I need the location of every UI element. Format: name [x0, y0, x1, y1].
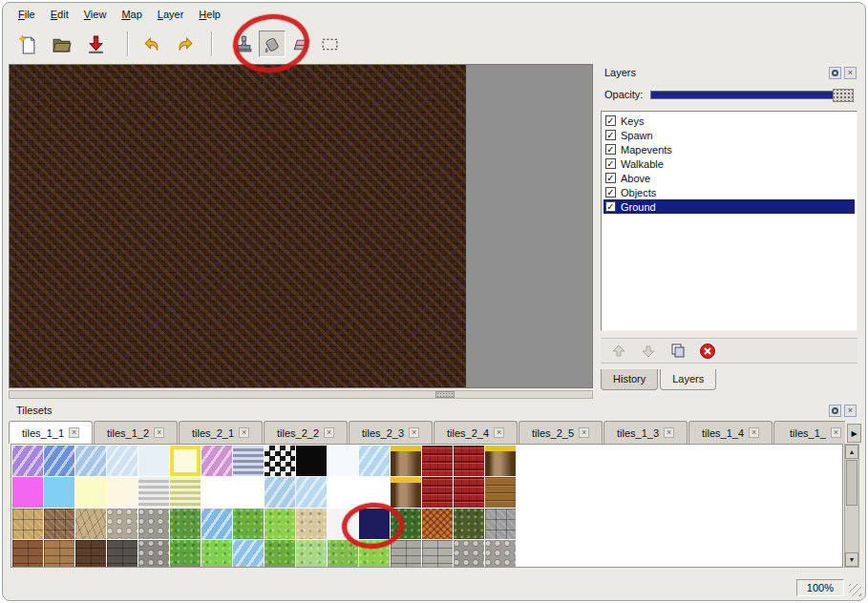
tab-close-icon[interactable]: ×	[69, 427, 79, 438]
tileset-tile-r4c9[interactable]	[265, 540, 295, 568]
tileset-tile-r1c8[interactable]	[233, 446, 264, 476]
map-horizontal-scrollbar-handle[interactable]	[435, 391, 455, 398]
tileset-tile-r1c2[interactable]	[44, 446, 74, 476]
move-layer-down-button[interactable]	[639, 343, 658, 359]
tileset-tile-r3c13[interactable]	[391, 509, 421, 539]
tab-close-icon[interactable]: ×	[409, 427, 419, 438]
opacity-slider-thumb[interactable]	[833, 89, 854, 102]
tileset-tile-r2c15[interactable]	[454, 477, 484, 508]
tileset-tile-r4c13[interactable]	[391, 540, 421, 568]
tileset-tab[interactable]: tiles_2_2 ×	[264, 421, 348, 444]
tab-close-icon[interactable]: ×	[154, 427, 164, 438]
tileset-tile-r2c11[interactable]	[328, 477, 358, 508]
close-panel-button[interactable]: ×	[844, 67, 857, 79]
scrollbar-up-button[interactable]: ▲	[845, 445, 858, 459]
tileset-tab[interactable]: tiles_2_5 ×	[519, 421, 603, 444]
tileset-tile-r1c6[interactable]	[170, 446, 201, 476]
tab-scroll-next-button[interactable]: ▶	[847, 424, 861, 443]
new-file-button[interactable]	[14, 31, 39, 57]
tileset-tile-r3c14[interactable]	[422, 509, 453, 539]
menu-file[interactable]: File	[11, 6, 43, 23]
move-layer-up-button[interactable]	[609, 343, 628, 359]
tileset-tile-r4c11[interactable]	[328, 540, 358, 568]
tileset-tile-r3c2[interactable]	[44, 509, 74, 539]
detach-panel-button[interactable]	[829, 405, 841, 417]
layer-row[interactable]: ✓ Above	[603, 171, 855, 185]
tileset-tile-r3c15[interactable]	[454, 509, 484, 539]
menu-edit[interactable]: Edit	[43, 6, 76, 23]
paint-bucket-tool-button[interactable]	[259, 31, 286, 57]
tileset-tile-r3c5[interactable]	[138, 509, 169, 539]
delete-layer-button[interactable]	[698, 342, 717, 361]
tileset-tile-r2c13[interactable]	[391, 477, 421, 508]
tileset-tile-r4c7[interactable]	[201, 540, 232, 568]
resize-grip[interactable]	[849, 584, 861, 596]
layer-visibility-checkbox[interactable]: ✓	[605, 144, 616, 155]
tileset-tile-r4c16[interactable]	[485, 540, 516, 568]
close-panel-button[interactable]: ×	[844, 405, 857, 417]
tileset-tile-r2c7[interactable]	[201, 477, 232, 508]
tab-close-icon[interactable]: ×	[579, 427, 589, 438]
layer-row[interactable]: ✓ Keys	[603, 114, 855, 128]
tileset-tile-r2c1[interactable]	[12, 477, 43, 508]
tileset-tile-r1c12[interactable]	[359, 446, 390, 476]
tab-layers[interactable]: Layers	[660, 369, 716, 390]
map-canvas[interactable]	[9, 64, 593, 388]
tileset-tile-r3c3[interactable]	[75, 509, 106, 539]
layer-row[interactable]: ✓ Objects	[603, 185, 855, 199]
tab-close-icon[interactable]: ×	[494, 427, 504, 438]
tileset-tile-r3c9[interactable]	[265, 509, 295, 539]
layer-row[interactable]: ✓ Ground	[603, 199, 855, 214]
tileset-tile-r3c6[interactable]	[170, 509, 201, 539]
tileset-tab[interactable]: tiles_1_4 ×	[688, 421, 773, 444]
layer-row[interactable]: ✓ Walkable	[603, 156, 855, 171]
tileset-tab[interactable]: tiles_1_2 ×	[94, 421, 178, 444]
menu-map[interactable]: Map	[114, 6, 149, 23]
layer-row[interactable]: ✓ Spawn	[603, 128, 855, 142]
tileset-tab[interactable]: tiles_2_4 ×	[434, 421, 518, 444]
tileset-tile-r3c16[interactable]	[485, 509, 516, 539]
tileset-tile-r4c1[interactable]	[12, 540, 43, 568]
tileset-tile-r4c14[interactable]	[422, 540, 453, 568]
tileset-tile-r3c1[interactable]	[12, 509, 43, 539]
layer-visibility-checkbox[interactable]: ✓	[605, 187, 616, 198]
scrollbar-handle[interactable]	[846, 460, 857, 506]
tileset-tile-r2c8[interactable]	[233, 477, 264, 508]
tileset-tile-r4c3[interactable]	[75, 540, 106, 568]
layer-row[interactable]: ✓ Mapevents	[603, 142, 855, 156]
undo-button[interactable]	[138, 31, 163, 57]
tileset-tile-r4c15[interactable]	[454, 540, 484, 568]
tileset-tile-r1c5[interactable]	[138, 446, 169, 476]
tileset-tile-r3c10[interactable]	[296, 509, 327, 539]
tileset-tile-r1c13[interactable]	[391, 446, 421, 476]
tileset-tile-r1c14[interactable]	[422, 446, 453, 476]
tileset-tile-r2c10[interactable]	[296, 477, 327, 508]
tileset-tile-r4c12[interactable]	[359, 540, 390, 568]
tileset-tile-r2c14[interactable]	[422, 477, 453, 508]
tileset-tile-r4c8[interactable]	[233, 540, 264, 568]
layer-visibility-checkbox[interactable]: ✓	[605, 115, 616, 126]
tileset-tile-r2c12[interactable]	[359, 477, 390, 508]
tileset-tile-r1c3[interactable]	[75, 446, 106, 476]
duplicate-layer-button[interactable]	[668, 343, 688, 360]
tileset-tile-r4c4[interactable]	[107, 540, 138, 568]
redo-button[interactable]	[173, 31, 198, 57]
tileset-tile-r1c7[interactable]	[201, 446, 232, 476]
scrollbar-down-button[interactable]: ▼	[845, 552, 858, 567]
tileset-tab[interactable]: tiles_2_1 ×	[179, 421, 263, 444]
tileset-tile-r3c8[interactable]	[233, 509, 264, 539]
save-button[interactable]	[83, 31, 108, 57]
tab-close-icon[interactable]: ×	[831, 427, 841, 438]
stamp-tool-button[interactable]	[230, 31, 257, 57]
tab-history[interactable]: History	[601, 369, 658, 390]
opacity-slider[interactable]	[650, 91, 854, 99]
tileset-tile-r4c5[interactable]	[138, 540, 169, 568]
tileset-tile-r1c15[interactable]	[454, 446, 484, 476]
tileset-tab[interactable]: tiles_1_ ×	[773, 421, 845, 444]
layer-visibility-checkbox[interactable]: ✓	[605, 158, 616, 169]
tileset-tile-r2c4[interactable]	[107, 477, 138, 508]
tab-close-icon[interactable]: ×	[749, 427, 759, 438]
tileset-tab[interactable]: tiles_1_3 ×	[603, 421, 688, 444]
tileset-tile-r3c11[interactable]	[328, 509, 358, 539]
tab-close-icon[interactable]: ×	[664, 427, 674, 438]
